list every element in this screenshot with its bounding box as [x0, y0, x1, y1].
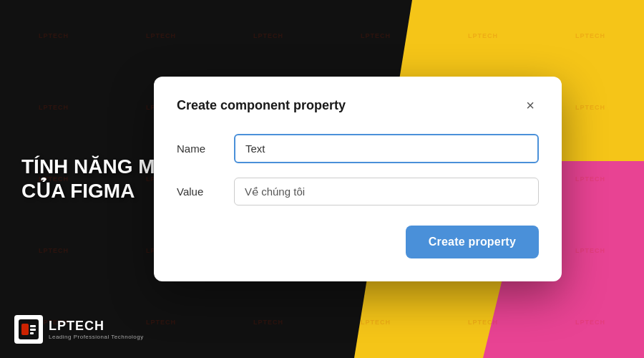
value-input[interactable] [234, 178, 539, 205]
create-property-button[interactable]: Create property [406, 226, 539, 258]
name-label: Name [177, 142, 234, 155]
dialog-overlay: Create component property × Name Value C… [0, 0, 644, 358]
button-row: Create property [177, 226, 539, 258]
value-field-row: Value [177, 178, 539, 205]
value-label: Value [177, 185, 234, 198]
dialog: Create component property × Name Value C… [154, 77, 562, 281]
dialog-close-button[interactable]: × [522, 97, 539, 114]
name-input[interactable] [234, 134, 539, 163]
dialog-title: Create component property [177, 98, 346, 113]
name-field-row: Name [177, 134, 539, 163]
dialog-header: Create component property × [177, 97, 539, 114]
